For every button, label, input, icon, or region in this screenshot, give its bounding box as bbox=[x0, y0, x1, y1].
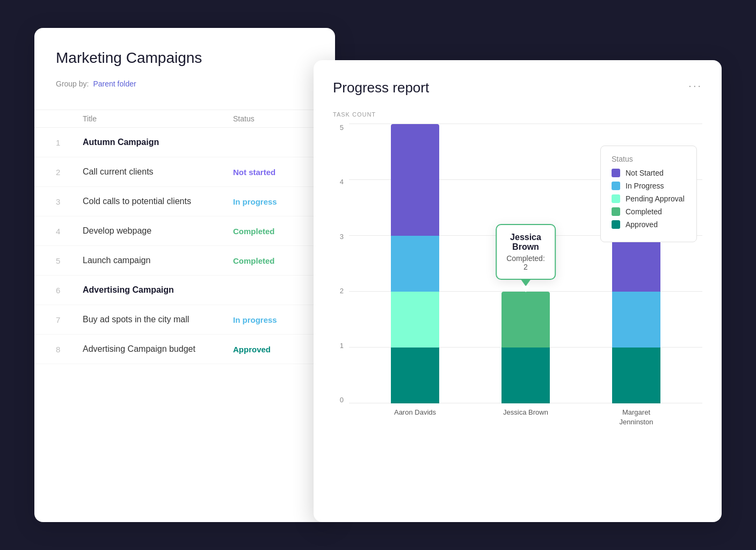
legend-color-completed bbox=[612, 207, 620, 216]
jessica-completed bbox=[501, 292, 550, 348]
table-row[interactable]: 8Advertising Campaign budgetApproved bbox=[34, 335, 335, 364]
legend-label-completed: Completed bbox=[626, 207, 662, 216]
y-axis: 0 1 2 3 4 5 bbox=[333, 124, 349, 403]
tooltip: Jessica Brown Completed: 2 bbox=[496, 224, 556, 280]
report-title: Progress report bbox=[333, 79, 429, 96]
legend-approved: Approved bbox=[612, 220, 686, 229]
left-panel-header: Marketing Campaigns Group by: Parent fol… bbox=[34, 49, 335, 110]
row-number: 6 bbox=[56, 286, 83, 295]
more-options-button[interactable]: ··· bbox=[688, 79, 702, 92]
row-status: In progress bbox=[233, 197, 314, 206]
right-panel: Progress report ··· TASK COUNT 0 1 2 3 4… bbox=[314, 60, 722, 522]
tooltip-arrow-inner bbox=[521, 286, 530, 292]
legend-not-started: Not Started bbox=[612, 169, 686, 177]
col-status: Status bbox=[233, 114, 314, 123]
bar-group-jessica: Jessica Brown Completed: 2 bbox=[501, 292, 550, 403]
row-number: 5 bbox=[56, 256, 83, 265]
row-status: Completed bbox=[233, 227, 314, 236]
margaret-notstarted bbox=[612, 236, 660, 292]
table-row[interactable]: 1Autumn Campaign bbox=[34, 128, 335, 157]
col-title: Title bbox=[83, 114, 233, 123]
y-label-1: 1 bbox=[333, 342, 349, 349]
bar-group-margaret bbox=[612, 236, 660, 403]
chart-area: TASK COUNT 0 1 2 3 4 5 bbox=[333, 111, 702, 427]
legend-color-in-progress bbox=[612, 182, 620, 190]
legend-color-pending bbox=[612, 194, 620, 203]
legend-label-pending: Pending Approval bbox=[626, 194, 685, 203]
chart-main: 0 1 2 3 4 5 bbox=[333, 124, 702, 403]
aaron-pending bbox=[391, 292, 439, 348]
row-status: Not started bbox=[233, 168, 314, 177]
row-status: In progress bbox=[233, 315, 314, 324]
row-number: 7 bbox=[56, 315, 83, 324]
right-panel-header: Progress report ··· bbox=[333, 79, 702, 96]
table-header: Title Status bbox=[34, 110, 335, 128]
aaron-inprogress bbox=[391, 236, 439, 292]
legend-label-in-progress: In Progress bbox=[626, 182, 664, 190]
row-status: Approved bbox=[233, 345, 314, 354]
bar-stack-margaret bbox=[612, 236, 660, 403]
app-container: Marketing Campaigns Group by: Parent fol… bbox=[34, 28, 722, 522]
row-title: Cold calls to potential clients bbox=[83, 197, 233, 206]
row-number: 3 bbox=[56, 197, 83, 206]
table-row[interactable]: 4Develop webpageCompleted bbox=[34, 216, 335, 246]
x-label-aaron: Aaron Davids bbox=[391, 408, 439, 427]
legend-pending-approval: Pending Approval bbox=[612, 194, 686, 203]
table-row[interactable]: 5Launch campaignCompleted bbox=[34, 246, 335, 276]
row-title: Launch campaign bbox=[83, 256, 233, 265]
row-title: Call current clients bbox=[83, 167, 233, 177]
legend-title: Status bbox=[612, 155, 686, 163]
y-label-0: 0 bbox=[333, 396, 349, 403]
margaret-inprogress bbox=[612, 292, 660, 348]
bar-stack-jessica bbox=[501, 292, 550, 403]
left-panel: Marketing Campaigns Group by: Parent fol… bbox=[34, 28, 335, 522]
table-row[interactable]: 6Advertising Campaign bbox=[34, 276, 335, 305]
aaron-notstarted bbox=[391, 124, 439, 236]
tooltip-person-name: Jessica Brown bbox=[506, 233, 545, 252]
margaret-approved bbox=[612, 348, 660, 403]
tooltip-arrow bbox=[520, 279, 531, 286]
legend-completed: Completed bbox=[612, 207, 686, 216]
legend-color-approved bbox=[612, 220, 620, 229]
x-axis-labels: Aaron Davids Jessica Brown MargaretJenni… bbox=[349, 403, 702, 427]
legend-color-not-started bbox=[612, 169, 620, 177]
row-status: Completed bbox=[233, 256, 314, 265]
group-by: Group by: Parent folder bbox=[56, 79, 314, 88]
row-number: 1 bbox=[56, 138, 83, 147]
table-row[interactable]: 3Cold calls to potential clientsIn progr… bbox=[34, 187, 335, 216]
bar-group-aaron bbox=[391, 124, 439, 403]
row-title: Advertising Campaign budget bbox=[83, 344, 233, 354]
row-title: Develop webpage bbox=[83, 226, 233, 236]
jessica-approved bbox=[501, 348, 550, 403]
bar-stack-aaron bbox=[391, 124, 439, 403]
legend-in-progress: In Progress bbox=[612, 182, 686, 190]
task-table: 1Autumn Campaign2Call current clientsNot… bbox=[34, 128, 335, 364]
aaron-approved bbox=[391, 348, 439, 403]
tooltip-value: Completed: 2 bbox=[506, 254, 545, 271]
table-row[interactable]: 2Call current clientsNot started bbox=[34, 157, 335, 187]
row-title: Autumn Campaign bbox=[83, 138, 233, 147]
chart-legend: Status Not Started In Progress Pending A… bbox=[600, 146, 697, 242]
y-label-5: 5 bbox=[333, 124, 349, 131]
page-title: Marketing Campaigns bbox=[56, 49, 314, 67]
col-number bbox=[56, 114, 83, 123]
row-number: 8 bbox=[56, 345, 83, 354]
row-title: Buy ad spots in the city mall bbox=[83, 315, 233, 324]
x-label-jessica: Jessica Brown bbox=[501, 408, 550, 427]
row-number: 2 bbox=[56, 168, 83, 177]
y-label-3: 3 bbox=[333, 233, 349, 240]
row-number: 4 bbox=[56, 227, 83, 236]
chart-label: TASK COUNT bbox=[333, 111, 702, 118]
legend-label-not-started: Not Started bbox=[626, 169, 664, 177]
legend-label-approved: Approved bbox=[626, 220, 658, 229]
group-by-label: Group by: bbox=[56, 79, 89, 88]
x-label-margaret: MargaretJenninston bbox=[612, 408, 660, 427]
row-title: Advertising Campaign bbox=[83, 285, 233, 295]
table-row[interactable]: 7Buy ad spots in the city mallIn progres… bbox=[34, 305, 335, 335]
group-by-value[interactable]: Parent folder bbox=[93, 79, 136, 88]
y-label-2: 2 bbox=[333, 287, 349, 294]
y-label-4: 4 bbox=[333, 178, 349, 185]
